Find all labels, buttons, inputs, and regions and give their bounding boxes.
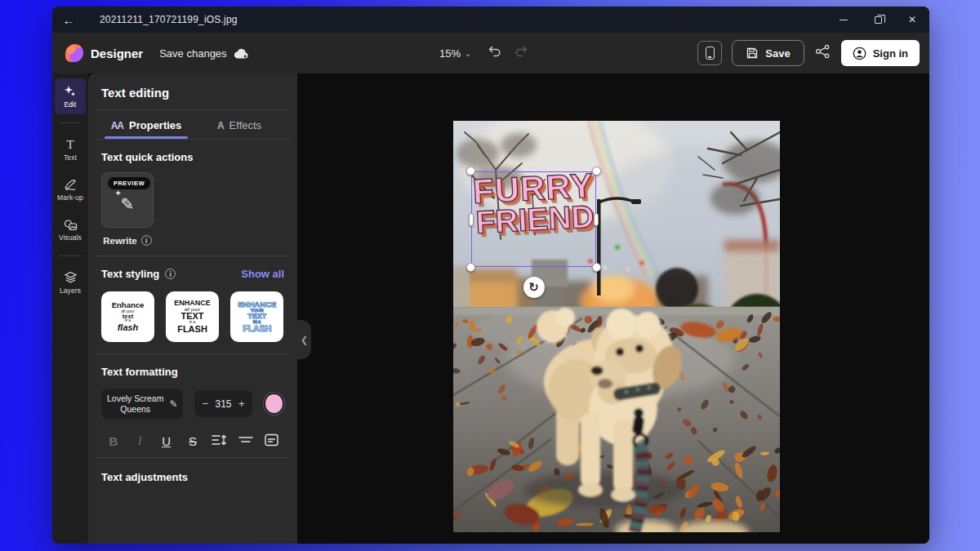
sidebar-item-markup[interactable]: Mark-up: [55, 171, 86, 207]
rewrite-pen-icon: ✎✦: [121, 194, 135, 214]
sidebar-label-text: Text: [64, 153, 77, 162]
text-styling-section: Text styling i Show all Enhance all your…: [98, 256, 287, 353]
chevron-down-icon: ⌄: [465, 49, 471, 58]
device-icon: [706, 47, 715, 60]
sidebar-divider: [59, 256, 82, 256]
resize-handle-middle-left[interactable]: [469, 213, 474, 226]
text-adjustments-heading: Text adjustments: [101, 471, 284, 483]
app-name: Designer: [91, 47, 143, 60]
panel-title: Text editing: [98, 73, 287, 109]
resize-handle-middle-right[interactable]: [594, 213, 599, 226]
resize-handle-top-right[interactable]: [592, 167, 601, 176]
canvas-photo[interactable]: FURRY FRIEND ↻: [453, 121, 780, 532]
person-icon: [853, 47, 866, 60]
font-size-increase-button[interactable]: +: [238, 398, 245, 410]
sidebar-label-layers: Layers: [60, 287, 81, 295]
font-name: Lovely Scream Queens: [107, 393, 163, 413]
save-button-label: Save: [765, 47, 790, 60]
text-adjustments-section: Text adjustments: [98, 458, 287, 496]
undo-button[interactable]: [488, 44, 502, 62]
resize-handle-bottom-left[interactable]: [466, 263, 475, 272]
style-thumbnail-1[interactable]: Enhance all your text in a flash: [101, 291, 154, 342]
save-button[interactable]: Save: [732, 40, 804, 66]
cloud-sync-icon: [234, 47, 249, 60]
toolbar: Designer Save changes 15% ⌄ Save: [52, 33, 929, 73]
visuals-icon: [64, 218, 78, 232]
pen-icon: [64, 178, 78, 192]
bold-button[interactable]: B: [105, 434, 122, 448]
sidebar: Edit T Text Mark-up Visuals: [52, 73, 88, 544]
font-family-button[interactable]: Lovely Scream Queens ✎: [101, 389, 183, 419]
panel-tabs: AA Properties A Effects: [98, 110, 287, 139]
text-quick-actions-section: Text quick actions PREVIEW ✎✦ Rewrite i: [98, 140, 287, 256]
strikethrough-button[interactable]: S: [184, 434, 202, 448]
font-size-stepper: − 315 +: [194, 390, 252, 417]
text-box-align-button[interactable]: [263, 433, 281, 449]
document-filename: 20211211_170721199_iOS.jpg: [100, 14, 238, 25]
main-area: Edit T Text Mark-up Visuals: [52, 73, 929, 544]
tab-effects[interactable]: A Effects: [193, 110, 286, 139]
italic-button[interactable]: I: [131, 434, 149, 448]
restore-button[interactable]: [861, 7, 895, 33]
line-spacing-button[interactable]: [210, 433, 228, 449]
text-formatting-heading: Text formatting: [101, 366, 284, 378]
text-editing-panel: Text editing AA Properties A Effects Tex…: [88, 73, 297, 544]
copy-to-device-button[interactable]: [697, 41, 722, 65]
sidebar-item-text[interactable]: T Text: [55, 131, 86, 167]
formatting-toolbar: B I U S: [101, 433, 284, 449]
tab-properties[interactable]: AA Properties: [100, 110, 193, 139]
zoom-dropdown[interactable]: 15% ⌄: [434, 44, 476, 63]
connections-icon[interactable]: [814, 44, 831, 62]
sidebar-label-markup: Mark-up: [57, 193, 83, 202]
layers-icon: [64, 271, 78, 285]
sidebar-item-layers[interactable]: Layers: [55, 264, 86, 300]
resize-handle-top-left[interactable]: [466, 167, 475, 176]
app-window: ← 20211211_170721199_iOS.jpg ✕ Designer …: [52, 7, 929, 544]
close-button[interactable]: ✕: [895, 7, 929, 33]
text-icon: T: [66, 138, 74, 152]
canvas-area[interactable]: ❮: [297, 73, 929, 544]
rotate-handle[interactable]: ↻: [523, 277, 545, 298]
toolbar-center-group: 15% ⌄: [434, 33, 528, 73]
panel-collapse-button[interactable]: ❮: [297, 320, 311, 359]
selection-box[interactable]: ↻: [471, 171, 596, 267]
tab-effects-label: Effects: [229, 119, 262, 131]
styling-thumbnails: Enhance all your text in a flash ENHANCE…: [101, 291, 284, 342]
font-size-value[interactable]: 315: [216, 398, 232, 410]
text-styling-heading: Text styling: [101, 268, 159, 280]
sidebar-label-edit: Edit: [64, 100, 76, 109]
font-size-decrease-button[interactable]: −: [202, 398, 208, 410]
minimize-button[interactable]: [826, 7, 861, 33]
sidebar-item-edit[interactable]: Edit: [55, 78, 86, 114]
underline-button[interactable]: U: [158, 434, 176, 448]
toolbar-right-group: Save Sign in: [697, 33, 920, 73]
style-thumbnail-3[interactable]: ENHANCE YOUR TEXT IN A FLASH: [230, 291, 283, 342]
sparkles-icon: [64, 85, 77, 99]
show-all-link[interactable]: Show all: [241, 268, 284, 280]
sign-in-button[interactable]: Sign in: [841, 40, 920, 66]
text-color-swatch[interactable]: [264, 393, 284, 415]
text-formatting-section: Text formatting Lovely Scream Queens ✎ −…: [98, 354, 287, 457]
floppy-icon: [746, 47, 759, 60]
minimize-icon: [840, 20, 848, 20]
style-thumbnail-2[interactable]: ENHANCE all your TEXT in a FLASH: [166, 291, 219, 342]
edit-pencil-icon: ✎: [169, 398, 177, 410]
redo-button[interactable]: [514, 44, 528, 62]
restore-icon: [875, 16, 882, 24]
rewrite-label-row: Rewrite i: [101, 235, 154, 246]
rewrite-action-card[interactable]: PREVIEW ✎✦: [101, 172, 154, 228]
resize-handle-bottom-right[interactable]: [592, 263, 601, 272]
quick-actions-heading: Text quick actions: [101, 151, 284, 163]
sign-in-label: Sign in: [873, 47, 908, 60]
zoom-value: 15%: [439, 47, 461, 60]
align-center-button[interactable]: [237, 434, 255, 448]
sidebar-divider: [59, 122, 82, 123]
sidebar-item-visuals[interactable]: Visuals: [55, 211, 86, 247]
info-icon[interactable]: i: [165, 269, 176, 279]
title-bar: ← 20211211_170721199_iOS.jpg ✕: [52, 7, 929, 33]
text-effects-icon: A: [217, 120, 224, 131]
info-icon[interactable]: i: [141, 235, 152, 246]
tab-properties-label: Properties: [129, 119, 181, 131]
back-arrow-icon[interactable]: ←: [52, 13, 85, 27]
save-status-label: Save changes: [159, 47, 226, 60]
